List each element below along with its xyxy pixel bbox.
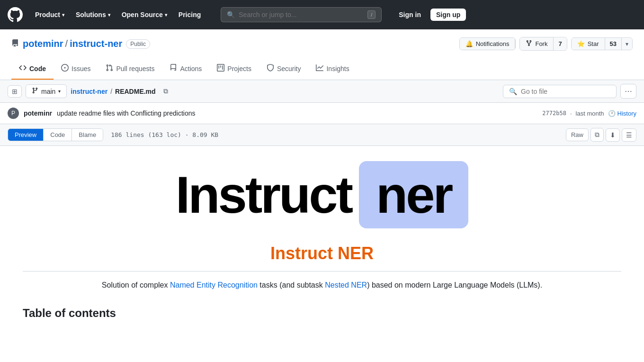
readme-divider (23, 271, 621, 272)
tab-insights[interactable]: Insights (308, 58, 357, 80)
repo-owner-link[interactable]: poteminr (23, 38, 63, 49)
top-nav-links: Product ▾ Solutions ▾ Open Source ▾ Pric… (30, 7, 206, 22)
repo-tabs: Code Issues Pull requests Actions Projec… (11, 58, 633, 80)
code-tab[interactable]: Code (43, 129, 72, 141)
tab-actions-label: Actions (180, 65, 202, 72)
outline-button[interactable]: ☰ (622, 128, 636, 142)
github-icon (8, 7, 23, 22)
product-chevron-icon: ▾ (62, 12, 64, 18)
tab-issues[interactable]: Issues (54, 58, 98, 80)
branch-chevron-icon: ▾ (58, 89, 61, 94)
issue-icon (61, 64, 69, 73)
blame-tab[interactable]: Blame (72, 129, 103, 141)
breadcrumb-file: README.md (115, 88, 156, 95)
repo-header: poteminr / instruct-ner Public 🔔 Notific… (0, 29, 644, 80)
readme-content: Instruct ner Instruct NER Solution of co… (0, 146, 644, 335)
fork-button[interactable]: Fork (520, 37, 554, 50)
nav-solutions[interactable]: Solutions ▾ (71, 7, 115, 22)
preview-tab[interactable]: Preview (8, 129, 43, 141)
goto-search-icon: 🔍 (509, 88, 517, 95)
file-view-tabs: Preview Code Blame (8, 128, 103, 141)
branch-selector[interactable]: main ▾ (26, 84, 67, 98)
tab-pullrequests[interactable]: Pull requests (98, 58, 162, 80)
nav-pricing[interactable]: Pricing (174, 7, 206, 22)
bell-icon: 🔔 (465, 40, 473, 47)
tab-security-label: Security (277, 65, 301, 72)
signin-button[interactable]: Sign in (393, 9, 427, 21)
fork-label: Fork (535, 40, 547, 47)
commit-row: P poteminr update readme files with Conf… (0, 103, 644, 124)
tab-actions[interactable]: Actions (162, 58, 209, 80)
search-bar[interactable]: 🔍 / (221, 7, 382, 22)
nav-auth-actions: Sign in Sign up (393, 9, 466, 21)
opensource-chevron-icon: ▾ (165, 12, 167, 18)
top-nav: Product ▾ Solutions ▾ Open Source ▾ Pric… (0, 0, 644, 29)
tab-issues-label: Issues (72, 65, 90, 72)
nav-pricing-label: Pricing (179, 11, 201, 18)
ner-link[interactable]: Named Entity Recognition (170, 281, 258, 289)
star-count[interactable]: 53 (605, 38, 622, 50)
fork-group: Fork 7 (519, 37, 567, 51)
goto-file-input[interactable] (521, 88, 610, 95)
nav-opensource-label: Open Source (122, 11, 163, 18)
download-button[interactable]: ⬇ (606, 128, 620, 142)
nav-solutions-label: Solutions (76, 11, 106, 18)
projects-icon (217, 64, 224, 73)
toc-title: Table of contents (23, 307, 116, 320)
file-header: ⊞ main ▾ instruct-ner / README.md ⧉ 🔍 ⋯ (0, 80, 644, 103)
star-group: ⭐ Star 53 ▾ (571, 37, 633, 50)
nav-product[interactable]: Product ▾ (30, 7, 69, 22)
history-label: History (617, 110, 636, 117)
sidebar-toggle-button[interactable]: ⊞ (8, 85, 22, 98)
breadcrumb-sep: / (110, 88, 112, 95)
readme-logo: Instruct ner (23, 161, 621, 228)
avatar: P (8, 108, 19, 119)
goto-file-container: 🔍 (503, 85, 617, 98)
notifications-button[interactable]: 🔔 Notifications (460, 38, 516, 50)
breadcrumb-sep: / (65, 38, 68, 49)
star-button[interactable]: ⭐ Star (572, 38, 605, 50)
nav-product-label: Product (35, 11, 60, 18)
commit-meta: 2772b58 · last month 🕐 History (542, 110, 636, 117)
ner-text: ner (376, 165, 451, 224)
file-toolbar: Preview Code Blame 186 lines (163 loc) ·… (0, 124, 644, 146)
raw-button[interactable]: Raw (566, 128, 589, 141)
tab-code-label: Code (29, 65, 46, 72)
copy-path-button[interactable]: ⧉ (160, 85, 172, 97)
repo-breadcrumb: poteminr / instruct-ner (23, 38, 122, 49)
copy-icon: ⧉ (163, 87, 168, 95)
desc-end: ) based on modern Large Language Models … (367, 281, 542, 289)
history-link[interactable]: 🕐 History (608, 110, 636, 117)
nested-ner-link[interactable]: Nested NER (325, 281, 367, 289)
commit-message: update readme files with Conflicting pre… (57, 109, 196, 117)
actions-icon (170, 64, 177, 73)
tab-code[interactable]: Code (11, 58, 54, 80)
tab-projects[interactable]: Projects (209, 58, 259, 80)
instruct-text: Instruct (176, 169, 351, 221)
signup-button[interactable]: Sign up (430, 9, 466, 21)
tab-pr-label: Pull requests (116, 65, 154, 72)
copy-file-button[interactable]: ⧉ (590, 128, 604, 142)
solutions-chevron-icon: ▾ (108, 12, 110, 18)
star-label: Star (588, 40, 599, 47)
code-icon (19, 64, 27, 73)
search-input[interactable] (239, 11, 364, 18)
ner-box: ner (359, 161, 468, 228)
more-options-button[interactable]: ⋯ (620, 84, 636, 99)
repo-actions: 🔔 Notifications Fork 7 ⭐ Star (459, 37, 633, 51)
repo-title-row: poteminr / instruct-ner Public 🔔 Notific… (11, 37, 633, 51)
history-icon: 🕐 (608, 110, 616, 117)
github-logo[interactable] (8, 7, 23, 22)
commit-author[interactable]: poteminr (24, 109, 52, 117)
star-dropdown[interactable]: ▾ (622, 38, 632, 50)
fork-count[interactable]: 7 (554, 38, 566, 50)
desc-start: Solution of complex (102, 281, 170, 289)
notifications-label: Notifications (476, 40, 510, 47)
nav-opensource[interactable]: Open Source ▾ (117, 7, 172, 22)
repo-name-link[interactable]: instruct-ner (70, 38, 122, 49)
repo-visibility-badge: Public (126, 39, 150, 49)
sidebar-toggle-icon: ⊞ (12, 88, 18, 95)
star-icon: ⭐ (577, 40, 585, 47)
breadcrumb-repo-link[interactable]: instruct-ner (71, 88, 107, 95)
tab-security[interactable]: Security (259, 58, 309, 80)
